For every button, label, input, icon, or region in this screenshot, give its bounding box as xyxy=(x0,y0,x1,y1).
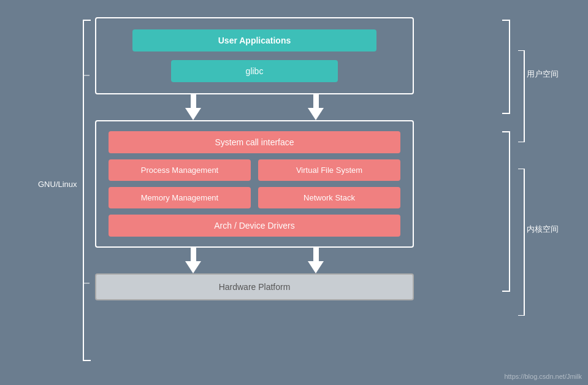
arrow-left-down xyxy=(185,94,201,120)
kernel-space-box: System call interface Process Management… xyxy=(95,120,414,248)
arrow-hw-left xyxy=(185,248,201,273)
network-stack-bar: Network Stack xyxy=(258,187,400,208)
user-space-label: 用户空间 xyxy=(527,69,559,80)
kernel-bracket-svg xyxy=(497,129,516,294)
kernel-space-label: 内核空间 xyxy=(527,224,559,235)
arrow-hw-right xyxy=(308,248,324,273)
virtual-file-system-bar: Virtual File System xyxy=(258,159,400,181)
watermark: https://blog.csdn.net/Jmilk xyxy=(504,373,582,380)
user-space-box: User Applications glibc xyxy=(95,17,414,94)
hardware-platform-box: Hardware Platform xyxy=(95,273,414,300)
gnu-bracket-svg xyxy=(78,17,97,364)
user-bracket-svg xyxy=(497,17,516,116)
arch-device-drivers-bar: Arch / Device Drivers xyxy=(109,215,400,237)
user-applications-bar: User Applications xyxy=(132,29,376,51)
arrow-right-down xyxy=(308,94,324,120)
gnu-linux-label: GNU/Linux xyxy=(38,180,77,189)
syscall-bar: System call interface xyxy=(109,131,400,153)
process-management-bar: Process Management xyxy=(109,159,251,181)
glibc-bar: glibc xyxy=(171,60,337,82)
memory-management-bar: Memory Management xyxy=(109,187,251,208)
